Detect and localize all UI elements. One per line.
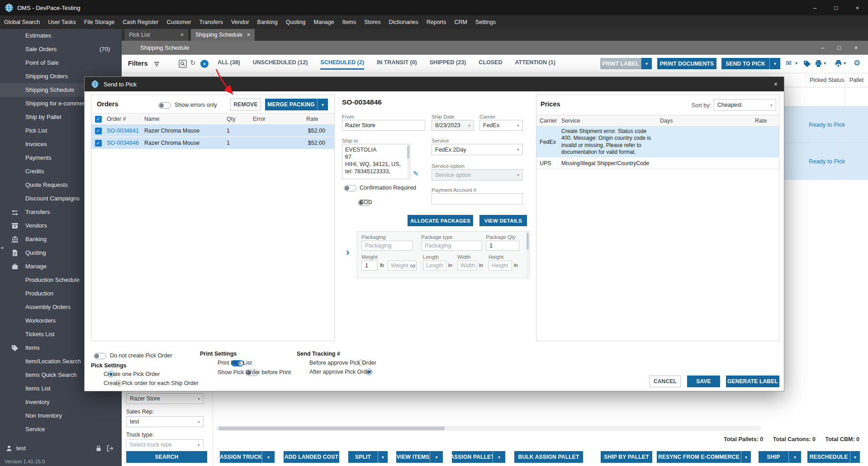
window-minimize-button[interactable]: – [804, 0, 825, 15]
store-select[interactable]: Razer Store ▾ [126, 393, 204, 404]
printer-dropdown-icon[interactable]: ▾ [824, 61, 826, 66]
packaging-input[interactable] [361, 241, 413, 251]
view-details-button[interactable]: VIEW DETAILS [479, 215, 527, 226]
close-tab-icon[interactable]: × [180, 32, 184, 38]
expand-package-chevron-icon[interactable]: › [346, 247, 349, 257]
print-label-button[interactable]: PRINT LABEL [600, 58, 641, 69]
weight-lb-input[interactable] [361, 261, 378, 271]
ship-dropdown[interactable]: ▾ [788, 451, 801, 463]
export-dropdown-icon[interactable]: ▾ [844, 61, 846, 66]
menu-stores[interactable]: Stores [360, 15, 384, 29]
menu-file-storage[interactable]: File Storage [80, 15, 119, 29]
menu-manage[interactable]: Manage [310, 15, 338, 29]
menu-reports[interactable]: Reports [422, 15, 451, 29]
printer-icon[interactable] [815, 60, 822, 67]
search-button[interactable]: SEARCH [126, 451, 207, 463]
sidebar-item-estimates[interactable]: Estimates [0, 29, 122, 43]
lock-icon[interactable] [95, 445, 102, 452]
ship-by-pallet-button[interactable]: SHIP BY PALLET [601, 451, 652, 463]
print-label-dropdown[interactable]: ▾ [641, 58, 652, 69]
length-input[interactable]: Length [423, 261, 446, 271]
horizontal-scrollbar[interactable] [216, 426, 761, 431]
save-button[interactable]: SAVE [687, 376, 720, 387]
status-tab-closed[interactable]: CLOSED [479, 59, 502, 70]
height-input[interactable]: Height [489, 261, 512, 271]
resync-ecommerce-button[interactable]: RESYNC FROM E-COMMERCE [657, 451, 741, 463]
width-input[interactable]: Width [457, 261, 477, 271]
package-qty-input[interactable] [486, 241, 519, 251]
menu-banking[interactable]: Banking [253, 15, 282, 29]
status-tab-all[interactable]: ALL (38) [218, 59, 240, 70]
logout-icon[interactable] [106, 445, 114, 452]
menu-settings[interactable]: Settings [471, 15, 500, 29]
menu-items[interactable]: Items [338, 15, 360, 29]
remove-button[interactable]: REMOVE [230, 99, 261, 110]
reschedule-dropdown[interactable]: ▾ [850, 451, 860, 463]
label-printer-icon[interactable] [803, 60, 811, 67]
allocate-packages-button[interactable]: ALLOCATE PACKAGES [408, 215, 473, 226]
send-to-pick-button[interactable]: SEND TO PICK [721, 58, 769, 69]
weight-oz-input[interactable]: Weight oz [388, 261, 417, 271]
export-print-icon[interactable] [835, 60, 842, 67]
sort-by-select[interactable]: Cheapest ▾ [714, 99, 776, 111]
generate-label-button[interactable]: GENERATE LABEL [726, 376, 779, 387]
send-to-pick-dropdown[interactable]: ▾ [769, 58, 780, 69]
filter-funnel-icon[interactable] [153, 61, 160, 69]
scrollbar-thumb[interactable] [218, 427, 445, 430]
confirmation-required-toggle[interactable] [344, 185, 356, 191]
split-dropdown[interactable]: ▾ [378, 451, 388, 463]
price-row[interactable]: UPS Missing/Illegal Shipper/CountryCode [536, 157, 779, 169]
menu-transfers[interactable]: Transfers [195, 15, 227, 29]
tab-pick-list[interactable]: Pick List × [124, 29, 188, 41]
cancel-button[interactable]: CANCEL [650, 376, 681, 387]
package-type-input[interactable] [421, 241, 482, 251]
status-tab-scheduled[interactable]: SCHEDULED (2) [320, 59, 364, 70]
mdi-close-button[interactable]: × [848, 41, 864, 55]
service-select[interactable]: FedEx 2Day ▾ [432, 144, 523, 155]
sidebar-item-service[interactable]: Service [0, 423, 122, 436]
assign-truck-dropdown[interactable]: ▾ [262, 451, 275, 463]
ship-to-scrollbar[interactable] [407, 145, 409, 178]
view-items-button[interactable]: VIEW ITEMS [396, 451, 430, 463]
search-icon[interactable] [179, 60, 187, 69]
show-errors-only-toggle[interactable] [158, 102, 171, 109]
window-maximize-button[interactable]: □ [825, 0, 847, 15]
mdi-restore-button[interactable]: □ [831, 41, 848, 55]
ship-date-picker[interactable]: 8/23/2023 ▾ [432, 120, 474, 131]
scrollbar-thumb[interactable] [407, 145, 409, 159]
sidebar-item-point-of-sale[interactable]: Point of Sale [0, 56, 122, 70]
menu-vendor[interactable]: Vendor [227, 15, 253, 29]
status-tab-attention[interactable]: ATTENTION (1) [515, 59, 555, 70]
sidebar-item-non-inventory[interactable]: Non Inventory [0, 409, 122, 423]
select-all-checkbox[interactable]: ✓ [91, 116, 105, 123]
reschedule-button[interactable]: RESCHEDULE [807, 451, 850, 463]
mdi-minimize-button[interactable]: – [814, 41, 831, 55]
menu-quoting[interactable]: Quoting [282, 15, 310, 29]
do-not-create-pick-order-toggle[interactable] [94, 353, 106, 359]
scrollbar-thumb[interactable] [526, 233, 529, 250]
refresh-icon[interactable]: ↻ [190, 59, 196, 67]
order-row[interactable]: ✓ SO-0034846 Razer Chroma Mouse 1 $52.00 [91, 137, 334, 149]
menu-customer[interactable]: Customer [162, 15, 195, 29]
resync-ecommerce-dropdown[interactable]: ▾ [741, 451, 751, 463]
menu-global-search[interactable]: Global Search [0, 15, 44, 29]
price-row[interactable]: FedEx Create Shipment error. Status code… [536, 127, 779, 157]
view-items-dropdown[interactable]: ▾ [430, 451, 443, 463]
from-field[interactable]: Razer Store [342, 120, 425, 131]
sidebar-collapse-icon[interactable]: ◂ [0, 244, 3, 251]
bulk-assign-pallet-button[interactable]: BULK ASSIGN PALLET [514, 451, 583, 463]
carrier-select[interactable]: FedEx ▾ [479, 120, 523, 131]
clear-filters-icon[interactable]: × [200, 60, 209, 68]
sales-rep-select[interactable]: test ▾ [126, 416, 204, 427]
menu-cash-register[interactable]: Cash Register [119, 15, 162, 29]
status-tab-shipped[interactable]: SHIPPED (23) [430, 59, 466, 70]
assign-truck-button[interactable]: ASSIGN TRUCK [220, 451, 262, 463]
order-number-link[interactable]: SO-0034841 [105, 128, 143, 134]
order-number-link[interactable]: SO-0034846 [105, 140, 143, 146]
sidebar-item-inventory[interactable]: Inventory [0, 395, 122, 409]
filters-label[interactable]: Filters [128, 60, 148, 67]
print-documents-button[interactable]: PRINT DOCUMENTS [657, 58, 716, 69]
sidebar-item-sale-orders[interactable]: Sale Orders (70) [0, 43, 122, 56]
row-checkbox[interactable]: ✓ [91, 128, 105, 134]
ship-button[interactable]: SHIP [759, 451, 788, 463]
